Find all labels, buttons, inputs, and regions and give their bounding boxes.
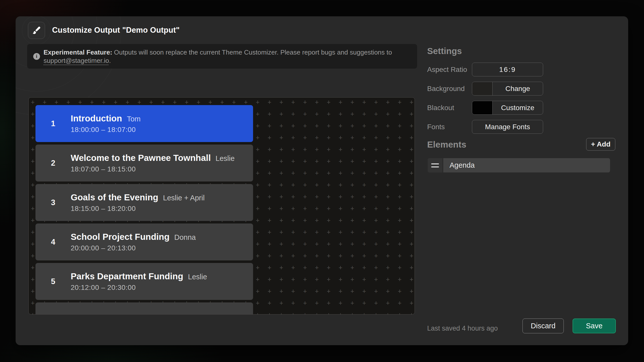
aspect-ratio-button[interactable]: 16:9	[472, 63, 543, 76]
notice-period: .	[109, 57, 111, 64]
output-preview: ++++++++++++++++++++++++++++++++++ +++++…	[28, 97, 415, 314]
element-row: Agenda	[428, 158, 610, 172]
background-button[interactable]: Change	[472, 82, 543, 96]
agenda-item-time: 18:15:00 – 18:20:00	[71, 205, 205, 213]
agenda-item-time: 20:00:00 – 20:13:00	[71, 244, 196, 252]
agenda-item-card: 2Welcome to the Pawnee TownhallLeslie18:…	[35, 145, 253, 182]
notice-bold-label: Experimental Feature:	[44, 49, 112, 56]
customize-output-dialog: Customize Output "Demo Output" i Experim…	[16, 16, 628, 345]
agenda-item-title: School Project Funding	[71, 232, 170, 242]
experimental-feature-notice: i Experimental Feature:Outputs will soon…	[27, 44, 417, 69]
notice-body: Outputs will soon replace the current Th…	[114, 49, 392, 56]
add-element-button[interactable]: + Add	[586, 138, 615, 151]
agenda-item-title: Introduction	[71, 113, 122, 123]
agenda-item-number: 2	[35, 159, 71, 168]
agenda-item-title: Welcome to the Pawnee Townhall	[71, 153, 211, 163]
blackout-button-label: Customize	[493, 104, 543, 112]
background-color-swatch	[472, 82, 493, 95]
setting-label-blackout: Blackout	[427, 101, 454, 115]
agenda-item-time: 18:00:00 – 18:07:00	[71, 126, 141, 134]
notice-text: Experimental Feature:Outputs will soon r…	[44, 48, 392, 65]
info-icon: i	[33, 53, 40, 60]
fonts-button[interactable]: Manage Fonts	[472, 120, 543, 134]
aspect-ratio-button-label: 16:9	[472, 66, 543, 74]
agenda-item-title: Goals of the Evening	[71, 192, 158, 202]
paintbrush-icon	[28, 22, 45, 39]
last-saved-status: Last saved 4 hours ago	[427, 325, 498, 332]
blackout-color-swatch	[472, 101, 493, 114]
agenda-item-speaker: Tom	[127, 115, 141, 123]
setting-label-background: Background	[427, 82, 465, 96]
agenda-item-speaker: Donna	[174, 233, 196, 242]
agenda-item-card: 6Break	[35, 302, 253, 314]
setting-label-fonts: Fonts	[427, 120, 445, 134]
agenda-item-card: 4School Project FundingDonna20:00:00 – 2…	[35, 223, 253, 260]
agenda-item-card: 1IntroductionTom18:00:00 – 18:07:00	[35, 105, 253, 142]
agenda-item-number: 1	[35, 119, 71, 128]
agenda-item-number: 4	[35, 238, 71, 247]
fonts-button-label: Manage Fonts	[472, 123, 543, 131]
agenda-item-card: 3Goals of the EveningLeslie + April18:15…	[35, 184, 253, 221]
agenda-item-speaker: Leslie + April	[163, 194, 205, 202]
discard-button[interactable]: Discard	[522, 319, 564, 333]
agenda-item-title: Parks Department Funding	[71, 271, 183, 281]
agenda-item-time: 20:12:00 – 20:30:00	[71, 284, 207, 292]
elements-heading: Elements	[427, 140, 466, 150]
agenda-item-speaker: Leslie	[216, 154, 235, 163]
dialog-title: Customize Output "Demo Output"	[52, 26, 180, 35]
settings-heading: Settings	[427, 46, 462, 56]
support-email-link[interactable]: support@stagetimer.io	[44, 57, 109, 64]
blackout-button[interactable]: Customize	[472, 101, 543, 115]
agenda-item-card: 5Parks Department FundingLeslie20:12:00 …	[35, 263, 253, 300]
agenda-element-preview: 1IntroductionTom18:00:00 – 18:07:002Welc…	[35, 105, 253, 314]
agenda-item-number: 3	[35, 198, 71, 207]
background-button-label: Change	[493, 85, 543, 93]
element-item-agenda[interactable]: Agenda	[443, 158, 610, 172]
save-button[interactable]: Save	[573, 319, 616, 333]
setting-label-aspect-ratio: Aspect Ratio	[427, 63, 467, 76]
agenda-item-time: 18:07:00 – 18:15:00	[71, 165, 235, 173]
agenda-item-speaker: Leslie	[188, 273, 207, 281]
drag-handle-icon[interactable]	[428, 158, 442, 172]
agenda-item-number: 5	[35, 277, 71, 286]
